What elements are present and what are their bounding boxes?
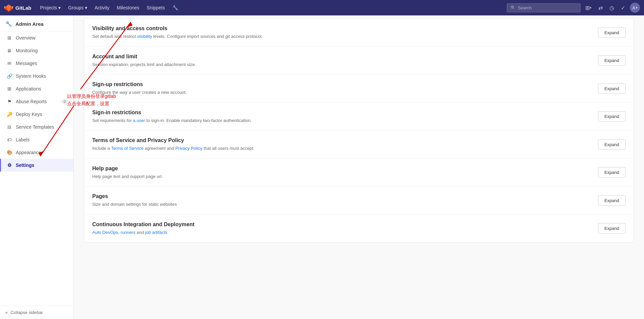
plus-button[interactable]: ⊞ ▾ — [583, 3, 594, 13]
section-info: Pages Size and domain settings for stati… — [92, 193, 591, 208]
issues-icon: ◷ — [609, 5, 614, 11]
section-info: Visibility and access controls Set defau… — [92, 25, 591, 40]
abuse-reports-icon: ⚑ — [6, 99, 12, 104]
section-title: Pages — [92, 193, 591, 199]
sidebar-item-system-hooks[interactable]: 🔗 System Hooks — [0, 70, 73, 82]
nav-groups-label: Groups — [68, 5, 84, 10]
section-desc: Configure the way a user creates a new a… — [92, 89, 591, 96]
section-info: Help page Help page text and support pag… — [92, 166, 591, 180]
issues-button[interactable]: ◷ — [607, 3, 616, 13]
wrench-icon: 🔧 — [5, 21, 12, 27]
sidebar-item-appearance[interactable]: 🎨 Appearance — [0, 146, 73, 159]
expand-help-button[interactable]: Expand — [598, 167, 626, 178]
section-desc: Set requirements for a user to sign-in. … — [92, 117, 591, 124]
search-input[interactable] — [518, 5, 577, 10]
logo-text: GitLab — [15, 5, 32, 11]
expand-visibility-button[interactable]: Expand — [598, 27, 626, 38]
chevron-down-icon: ▾ — [636, 6, 638, 9]
section-info: Sign-in restrictions Set requirements fo… — [92, 110, 591, 124]
sidebar-item-label: Service Templates — [16, 124, 54, 130]
tos-link[interactable]: Terms of Service — [111, 146, 144, 151]
nav-projects-label: Projects — [40, 5, 57, 10]
settings-section-signin: Sign-in restrictions Set requirements fo… — [84, 103, 634, 131]
section-desc: Help page text and support page url. — [92, 173, 591, 180]
job-artifacts-link[interactable]: job artifacts — [145, 230, 167, 235]
nav-milestones[interactable]: Milestones — [113, 3, 143, 12]
user-avatar[interactable]: A ▾ — [630, 3, 640, 13]
section-title: Continuous Integration and Deployment — [92, 221, 591, 228]
overview-icon: ⊞ — [6, 35, 12, 41]
nav-projects[interactable]: Projects ▾ — [37, 3, 64, 12]
sidebar-item-label: Appearance — [16, 150, 41, 155]
sidebar-item-applications[interactable]: ⊞ Applications — [0, 82, 73, 95]
sidebar: 🔧 Admin Area ⊞ Overview 🖥 Monitoring ✉ M… — [0, 15, 74, 304]
plus-icon: ⊞ — [585, 5, 590, 11]
nav-wrench[interactable]: 🔧 — [169, 3, 181, 12]
merge-requests-button[interactable]: ⇄ — [596, 3, 605, 13]
gitlab-logo[interactable]: GitLab — [4, 3, 32, 12]
chevron-down-icon: ▾ — [85, 5, 87, 10]
section-info: Sign-up restrictions Configure the way a… — [92, 81, 591, 96]
sidebar-item-label: Overview — [16, 35, 35, 41]
chevron-down-icon: ▾ — [590, 6, 592, 10]
sidebar-header: 🔧 Admin Area — [0, 15, 73, 31]
section-title: Sign-in restrictions — [92, 110, 591, 116]
expand-terms-button[interactable]: Expand — [598, 139, 626, 150]
search-icon: 🔍 — [511, 5, 516, 10]
wrench-icon: 🔧 — [172, 5, 178, 10]
section-desc: Include a Terms of Service agreement and… — [92, 145, 591, 152]
sidebar-item-service-templates[interactable]: ⊟ Service Templates — [0, 121, 73, 133]
sidebar-item-label: Monitoring — [16, 48, 38, 53]
sidebar-item-label: System Hooks — [16, 73, 46, 79]
section-title: Account and limit — [92, 54, 591, 60]
section-info: Account and limit Session expiration, pr… — [92, 54, 591, 68]
settings-section-ci: Continuous Integration and Deployment Au… — [84, 215, 634, 243]
todos-button[interactable]: ✓ — [619, 3, 627, 13]
applications-icon: ⊞ — [6, 86, 12, 91]
privacy-link[interactable]: Privacy Policy — [175, 146, 203, 151]
settings-sections: Visibility and access controls Set defau… — [84, 18, 634, 243]
expand-account-button[interactable]: Expand — [598, 55, 626, 66]
nav-activity-label: Activity — [95, 5, 109, 10]
todo-icon: ✓ — [621, 5, 625, 11]
labels-icon: 🏷 — [6, 137, 12, 142]
section-desc: Auto DevOps, runners and job artifacts — [92, 229, 591, 236]
section-desc: Session expiration, projects limit and a… — [92, 61, 591, 68]
section-title: Help page — [92, 166, 591, 172]
nav-groups[interactable]: Groups ▾ — [65, 3, 91, 12]
expand-ci-button[interactable]: Expand — [598, 223, 626, 234]
settings-section-visibility: Visibility and access controls Set defau… — [84, 19, 634, 47]
avatar-initial: A — [632, 5, 635, 10]
settings-section-account: Account and limit Session expiration, pr… — [84, 47, 634, 75]
settings-icon: ⚙ — [6, 163, 12, 168]
sidebar-item-overview[interactable]: ⊞ Overview — [0, 31, 73, 44]
section-title: Visibility and access controls — [92, 25, 591, 31]
system-hooks-icon: 🔗 — [6, 73, 12, 79]
autodevops-link[interactable]: Auto DevOps — [92, 230, 118, 235]
sidebar-item-labels[interactable]: 🏷 Labels — [0, 133, 73, 146]
deploy-keys-icon: 🔑 — [6, 112, 12, 117]
settings-section-terms: Terms of Service and Privacy Policy Incl… — [84, 131, 634, 159]
sidebar-item-settings[interactable]: ⚙ Settings — [0, 159, 73, 172]
sidebar-item-deploy-keys[interactable]: 🔑 Deploy Keys — [0, 108, 73, 121]
sidebar-item-monitoring[interactable]: 🖥 Monitoring — [0, 44, 73, 57]
merge-request-icon: ⇄ — [598, 5, 603, 11]
section-desc: Set default and restrict visibility leve… — [92, 33, 591, 40]
section-desc: Size and domain settings for static webs… — [92, 201, 591, 208]
visibility-link[interactable]: visibility — [137, 34, 152, 39]
sidebar-item-label: Settings — [16, 163, 34, 168]
expand-signin-button[interactable]: Expand — [598, 111, 626, 122]
sidebar-item-messages[interactable]: ✉ Messages — [0, 57, 73, 70]
search-box[interactable]: 🔍 — [507, 3, 581, 12]
expand-pages-button[interactable]: Expand — [598, 195, 626, 206]
nav-activity[interactable]: Activity — [91, 3, 113, 12]
runners-link[interactable]: runners — [121, 230, 136, 235]
main-content: Admin Area › Settings Visibility and acc… — [74, 0, 644, 304]
nav-milestones-label: Milestones — [117, 5, 139, 10]
section-info: Terms of Service and Privacy Policy Incl… — [92, 137, 591, 152]
expand-signup-button[interactable]: Expand — [598, 83, 626, 94]
user-link[interactable]: a user — [133, 118, 145, 123]
section-title: Terms of Service and Privacy Policy — [92, 137, 591, 143]
nav-snippets[interactable]: Snippets — [143, 3, 168, 12]
sidebar-item-abuse-reports[interactable]: ⚑ Abuse Reports 0 — [0, 95, 73, 108]
